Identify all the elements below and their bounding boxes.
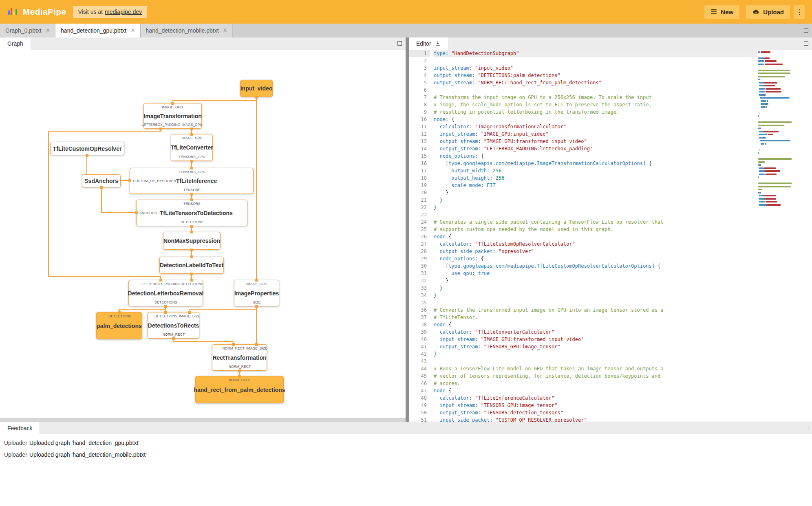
node-title: NonMaxSuppression	[163, 238, 220, 244]
line-number: 51	[409, 416, 430, 422]
graph-node-TfLiteInference[interactable]: TfLiteInferenceTENSORS_GPUCUSTOM_OP_RESO…	[130, 168, 254, 194]
port-label: NORM_RECT	[229, 378, 251, 382]
minimap-line	[758, 127, 800, 130]
line-number: 16	[409, 160, 430, 167]
code-editor[interactable]: 1234567891011121314151617181920212223242…	[409, 50, 812, 422]
tab-close-icon[interactable]: ×	[46, 27, 50, 34]
code-line: input_stream: "input_video"	[434, 64, 757, 72]
line-number: 49	[409, 402, 430, 409]
line-number: 5	[409, 79, 430, 86]
file-tab[interactable]: hand_detection_mobile.pbtxt×	[141, 24, 233, 37]
port-label: DETECTIONS	[181, 220, 203, 224]
graph-node-DetectionLetterboxRemoval[interactable]: DetectionLetterboxRemovalLETTERBOX_PADDI…	[128, 280, 203, 306]
port-label: SIZE	[253, 300, 260, 304]
tab-close-icon[interactable]: ×	[223, 27, 227, 34]
feedback-panel-strip: Feedback	[0, 422, 812, 434]
line-number: 7	[409, 94, 430, 101]
line-number: 31	[409, 270, 430, 277]
line-number: 37	[409, 314, 430, 321]
minimap-line	[758, 194, 800, 198]
line-number: 3	[409, 64, 430, 72]
mediapipe-dev-link[interactable]: mediapipe.dev	[105, 9, 142, 15]
node-port	[190, 133, 193, 136]
minimap-line	[758, 167, 800, 170]
port-label: DETECTIONS	[108, 314, 131, 318]
graph-node-RectTransformation[interactable]: RectTransformationNORM_RECTIMAGE_SIZENOR…	[212, 344, 267, 371]
tab-editor[interactable]: Editor	[409, 37, 448, 50]
graph-node-input_video[interactable]: input_video	[240, 80, 273, 97]
minimap-line	[758, 145, 800, 149]
minimap-line	[758, 139, 800, 143]
graph-node-NonMaxSuppression[interactable]: NonMaxSuppression	[163, 232, 221, 250]
code-line: calculator: "TfLiteConverterCalculator"	[434, 328, 757, 336]
code-line: # scores.	[434, 380, 757, 387]
graph-node-hand_rect_from_palm_detections[interactable]: hand_rect_from_palm_detectionsNORM_RECT	[195, 376, 284, 403]
upload-button[interactable]: Upload	[746, 5, 790, 19]
node-port	[188, 311, 191, 314]
code-line: input_stream: "IMAGE_GPU:input_video"	[434, 130, 757, 138]
minimap-line	[758, 130, 800, 133]
node-title: DetectionsToRects	[148, 322, 199, 329]
port-label: NORM_RECT	[163, 332, 185, 337]
node-title: TfLiteCustomOpResolver	[53, 145, 122, 152]
code-line: calculator: "TfLiteCustomOpResolverCalcu…	[434, 240, 757, 248]
layout-icon[interactable]	[804, 28, 808, 33]
graph-hscrollbar[interactable]	[0, 418, 406, 422]
new-button[interactable]: New	[704, 5, 739, 19]
node-title: TfLiteConverter	[170, 144, 213, 151]
graph-node-SsdAnchors[interactable]: SsdAnchors	[82, 174, 121, 187]
editor-popout-icon[interactable]	[804, 41, 808, 46]
minimap-line	[758, 179, 800, 182]
graph-node-TfLiteConverter[interactable]: TfLiteConverterIMAGE_GPUTENSORS_GPU	[171, 134, 213, 161]
download-icon[interactable]	[435, 41, 441, 46]
graph-canvas[interactable]: input_videoImageTransformationIMAGE_GPUL…	[0, 50, 406, 418]
graph-node-DetectionLabelIdToText[interactable]: DetectionLabelIdToText	[159, 257, 224, 274]
line-number: 9	[409, 108, 430, 116]
brand: MediaPipe	[7, 6, 66, 18]
code-line: # Generates a single side packet contain…	[434, 218, 757, 226]
code-line: output_width: 256	[434, 167, 757, 174]
graph-popout-icon[interactable]	[397, 41, 402, 46]
node-port	[190, 249, 193, 251]
line-number: 40	[409, 336, 430, 343]
node-title: TfLiteTensorsToDetections	[160, 210, 233, 216]
minimap-line	[758, 84, 800, 88]
tab-graph[interactable]: Graph	[0, 37, 31, 50]
line-number: 43	[409, 358, 430, 365]
line-number: 34	[409, 292, 430, 299]
graph-node-palm_detections[interactable]: palm_detectionsDETECTIONS	[96, 312, 142, 339]
node-title: hand_rect_from_palm_detections	[194, 387, 285, 393]
code-line: # resulting in potential letterboxing in…	[434, 108, 757, 116]
minimap-line	[758, 81, 800, 84]
code-line: # Converts the transformed input image o…	[434, 306, 757, 314]
code-line: output_stream: "TENSORS:detection_tensor…	[434, 409, 757, 416]
graph-node-ImageProperties[interactable]: ImagePropertiesIMAGE_GPUSIZE	[234, 280, 279, 306]
file-tab[interactable]: hand_detection_gpu.pbtxt×	[55, 24, 140, 37]
feedback-popout-icon[interactable]	[804, 426, 808, 430]
editor-code[interactable]: type: "HandDetectionSubgraph"input_strea…	[434, 50, 757, 422]
line-number: 18	[409, 174, 430, 182]
node-title: SsdAnchors	[84, 178, 118, 184]
minimap-line	[758, 133, 800, 136]
tab-close-icon[interactable]: ×	[131, 27, 135, 34]
graph-node-ImageTransformation[interactable]: ImageTransformationIMAGE_GPULETTERBOX_PA…	[143, 103, 202, 129]
graph-node-TfLiteTensorsToDetections[interactable]: TfLiteTensorsToDetectionsTENSORSANCHORSD…	[136, 200, 247, 226]
line-number: 48	[409, 394, 430, 402]
minimap-line	[758, 87, 800, 90]
code-line: }	[434, 292, 757, 299]
minimap-line	[758, 93, 800, 97]
tab-feedback[interactable]: Feedback	[0, 422, 40, 434]
port-label: NORM_RECT	[223, 346, 245, 350]
editor-minimap[interactable]	[758, 51, 800, 207]
mediapipe-logo	[7, 6, 19, 18]
graph-node-DetectionsToRects[interactable]: DetectionsToRectsDETECTIONSIMAGE_SIZENOR…	[148, 312, 199, 339]
node-title: ImageTransformation	[143, 113, 201, 119]
code-line	[434, 211, 757, 218]
port-label: LETTERBOX_PADDING	[141, 123, 180, 127]
graph-node-TfLiteCustomOpResolver[interactable]: TfLiteCustomOpResolver	[50, 142, 124, 155]
file-tab[interactable]: Graph_0.pbtxt×	[0, 24, 55, 37]
more-options-icon[interactable]: ⋮	[794, 5, 805, 19]
minimap-line	[758, 75, 800, 78]
code-line: # Runs a TensorFlow Lite model on GPU th…	[434, 365, 757, 372]
code-line: # image, the scale_mode option is set to…	[434, 101, 757, 108]
